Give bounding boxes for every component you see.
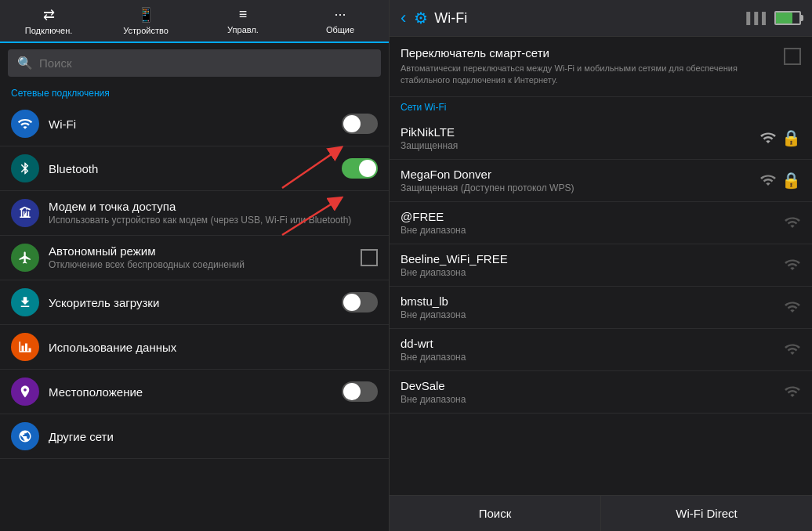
download-icon (11, 288, 39, 316)
location-icon (11, 377, 39, 406)
beeline-info: Beeline_WiFi_FREE Вне диапазона (401, 252, 784, 278)
search-bar[interactable]: 🔍 (8, 49, 381, 77)
piknik-status: Защищенная (401, 140, 759, 151)
piknik-info: PikNikLTE Защищенная (401, 125, 759, 151)
download-item[interactable]: Ускоритель загрузки (0, 280, 389, 325)
beeline-status: Вне диапазона (401, 267, 784, 278)
smart-network-checkbox[interactable] (784, 48, 801, 65)
airplane-item[interactable]: Автономный режим Отключение всех беспров… (0, 236, 389, 280)
bluetooth-toggle[interactable] (342, 158, 378, 179)
general-icon: ··· (334, 6, 346, 23)
network-piknik[interactable]: PikNikLTE Защищенная 🔒 (390, 117, 812, 160)
devsale-info: DevSale Вне диапазона (401, 379, 784, 405)
search-button[interactable]: Поиск (390, 496, 601, 531)
network-megafon[interactable]: MegaFon Donver Защищенная (Доступен прот… (390, 160, 812, 202)
network-devsale[interactable]: DevSale Вне диапазона (390, 371, 812, 414)
tab-device-label: Устройство (123, 26, 169, 35)
other-networks-text: Другие сети (49, 430, 378, 443)
beeline-name: Beeline_WiFi_FREE (401, 252, 784, 266)
bmstu-status: Вне диапазона (401, 309, 784, 320)
download-toggle[interactable] (342, 292, 378, 312)
settings-gear-icon: ⚙ (414, 9, 428, 27)
location-toggle-knob (343, 383, 361, 400)
wifi-text: Wi-Fi (49, 117, 342, 131)
network-beeline[interactable]: Beeline_WiFi_FREE Вне диапазона (390, 244, 812, 287)
devsale-name: DevSale (401, 379, 784, 392)
tab-general[interactable]: ··· Общие (292, 0, 389, 42)
airplane-subtitle: Отключение всех беспроводных соединений (49, 259, 361, 272)
smart-network-desc: Автоматически переключаться между Wi-Fi … (401, 63, 784, 87)
bluetooth-icon (11, 154, 39, 182)
back-button[interactable]: ‹ (401, 8, 406, 28)
megafon-name: MegaFon Donver (401, 168, 759, 181)
beeline-signal-icon (784, 256, 801, 274)
tab-connections[interactable]: ⇄ Подключен. (0, 0, 97, 43)
network-ddwrt[interactable]: dd-wrt Вне диапазона (390, 329, 812, 371)
wifi-toggle[interactable] (342, 114, 378, 134)
other-networks-icon (11, 422, 39, 450)
wifi-section-header: Сети Wi-Fi (390, 97, 812, 117)
top-tabs: ⇄ Подключен. 📱 Устройство ≡ Управл. ··· … (0, 0, 389, 43)
modem-text: Модем и точка доступа Использовать устро… (49, 200, 378, 227)
location-toggle[interactable] (342, 381, 378, 402)
other-networks-item[interactable]: Другие сети (0, 414, 389, 459)
tab-manage[interactable]: ≡ Управл. (194, 0, 292, 42)
location-item[interactable]: Местоположение (0, 370, 389, 414)
ddwrt-name: dd-wrt (401, 337, 784, 350)
smart-network-title: Переключатель смарт-сети (401, 46, 784, 60)
modem-item[interactable]: Модем и точка доступа Использовать устро… (0, 191, 389, 236)
ddwrt-info: dd-wrt Вне диапазона (401, 337, 784, 363)
modem-icon (11, 199, 39, 227)
battery-icon (774, 11, 801, 25)
battery-fill (776, 13, 792, 23)
piknik-name: PikNikLTE (401, 125, 759, 139)
wifi-direct-button[interactable]: Wi-Fi Direct (601, 496, 812, 531)
wifi-page-title: Wi-Fi (434, 10, 746, 27)
airplane-title: Автономный режим (49, 244, 361, 258)
download-text: Ускоритель загрузки (49, 296, 342, 309)
bluetooth-title: Bluetooth (49, 162, 342, 175)
network-free[interactable]: @FREE Вне диапазона (390, 202, 812, 244)
airplane-checkbox[interactable] (361, 249, 378, 266)
bmstu-info: bmstu_lb Вне диапазона (401, 294, 784, 320)
network-bmstu[interactable]: bmstu_lb Вне диапазона (390, 287, 812, 329)
airplane-icon (11, 244, 39, 272)
smart-network-text: Переключатель смарт-сети Автоматически п… (401, 46, 784, 87)
data-usage-title: Использование данных (49, 341, 378, 354)
airplane-text: Автономный режим Отключение всех беспров… (49, 244, 361, 272)
tab-general-label: Общие (326, 25, 354, 34)
bluetooth-item[interactable]: Bluetooth (0, 146, 389, 191)
other-networks-title: Другие сети (49, 430, 378, 443)
wifi-title: Wi-Fi (49, 117, 342, 131)
bluetooth-text: Bluetooth (49, 162, 342, 175)
data-usage-item[interactable]: Использование данных (0, 325, 389, 370)
ddwrt-signal-icon (784, 341, 801, 359)
wifi-header: ‹ ⚙ Wi-Fi ▌▌▌ (390, 0, 812, 37)
location-text: Местоположение (49, 385, 342, 399)
bluetooth-toggle-knob (359, 160, 376, 177)
manage-icon: ≡ (239, 6, 248, 23)
location-title: Местоположение (49, 385, 342, 399)
free-status: Вне диапазона (401, 225, 784, 236)
megafon-status: Защищенная (Доступен протокол WPS) (401, 182, 759, 193)
smart-network-section: Переключатель смарт-сети Автоматически п… (390, 37, 812, 97)
megafon-signal-icon: 🔒 (759, 171, 801, 190)
free-info: @FREE Вне диапазона (401, 210, 784, 236)
search-icon: 🔍 (17, 56, 33, 70)
search-input[interactable] (39, 56, 372, 70)
bottom-buttons: Поиск Wi-Fi Direct (390, 495, 812, 531)
wifi-item[interactable]: Wi-Fi (0, 102, 389, 146)
right-panel: ‹ ⚙ Wi-Fi ▌▌▌ Переключатель смарт-сети А… (390, 0, 812, 531)
ddwrt-status: Вне диапазона (401, 352, 784, 363)
tab-manage-label: Управл. (227, 25, 259, 34)
tab-connections-label: Подключен. (25, 26, 73, 35)
modem-title: Модем и точка доступа (49, 200, 378, 213)
wifi-icon (11, 110, 39, 138)
bmstu-signal-icon (784, 298, 801, 316)
connections-icon: ⇄ (43, 6, 55, 23)
bmstu-name: bmstu_lb (401, 294, 784, 308)
download-title: Ускоритель загрузки (49, 296, 342, 309)
device-icon: 📱 (137, 6, 154, 23)
tab-device[interactable]: 📱 Устройство (97, 0, 194, 42)
battery-area: ▌▌▌ (746, 11, 801, 25)
